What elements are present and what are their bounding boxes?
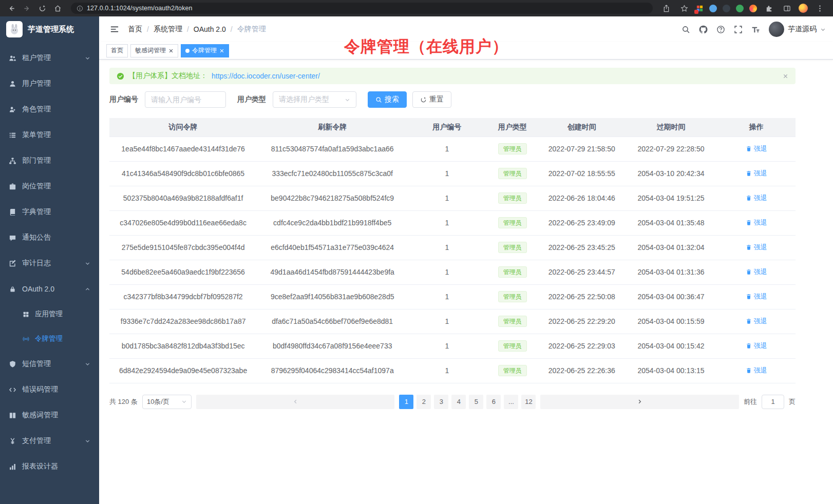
- token-table: 访问令牌刷新令牌用户编号用户类型创建时间过期时间操作 1ea5e44f8bc14…: [109, 118, 796, 383]
- user-type-cell: 管理员: [486, 284, 539, 309]
- sidebar-item-label: 租户管理: [22, 53, 79, 63]
- page-button-12[interactable]: 12: [521, 395, 536, 409]
- force-logout-button[interactable]: 强退: [746, 193, 767, 203]
- profile-icon[interactable]: [799, 4, 808, 13]
- sidebar-item-dept[interactable]: 部门管理: [0, 148, 99, 173]
- page-button-2[interactable]: 2: [416, 395, 431, 409]
- sidebar-item-sensitive-word[interactable]: 敏感词管理: [0, 402, 99, 428]
- expire-time-cell: 2054-03-04 00:15:59: [624, 309, 717, 334]
- goto-page-input[interactable]: [762, 395, 784, 409]
- tab-close-icon[interactable]: [168, 48, 174, 53]
- alert-text: 【用户体系】文档地址：: [128, 71, 207, 81]
- reset-button[interactable]: 重置: [412, 91, 451, 108]
- actions-cell: 强退: [717, 137, 796, 161]
- tab-close-icon[interactable]: [219, 48, 224, 53]
- refresh-page-icon[interactable]: [36, 2, 48, 14]
- ext-dark-icon[interactable]: [723, 5, 730, 12]
- user-type-select[interactable]: 请选择用户类型: [273, 91, 356, 108]
- sidebar-item-post[interactable]: 岗位管理: [0, 173, 99, 199]
- split-icon[interactable]: [781, 2, 793, 14]
- force-logout-button[interactable]: 强退: [746, 218, 767, 227]
- user-menu[interactable]: 芋道源码: [769, 22, 826, 37]
- page-button-5[interactable]: 5: [469, 395, 483, 409]
- trash-icon: [746, 195, 752, 201]
- sidebar-item-role[interactable]: 角色管理: [0, 96, 99, 122]
- home-icon[interactable]: [51, 2, 64, 14]
- sidebar-item-oauth2-app[interactable]: 应用管理: [0, 302, 99, 326]
- app-logo[interactable]: 芋道管理系统: [0, 16, 99, 42]
- address-bar[interactable]: 127.0.0.1:1024/system/oauth2/token: [71, 3, 653, 14]
- force-logout-button[interactable]: 强退: [746, 341, 767, 351]
- github-icon[interactable]: [699, 25, 708, 34]
- user-id-input[interactable]: [145, 91, 226, 108]
- next-page-button[interactable]: [540, 395, 739, 409]
- create-time-cell: 2022-07-02 18:55:55: [539, 161, 624, 186]
- sidebar-item-menu[interactable]: 菜单管理: [0, 122, 99, 148]
- force-logout-button[interactable]: 强退: [746, 366, 767, 375]
- pagination-pages: 123456...12: [399, 395, 536, 409]
- column-header: 用户编号: [408, 118, 486, 137]
- force-logout-button[interactable]: 强退: [746, 144, 767, 153]
- user-type-cell: 管理员: [486, 210, 539, 235]
- breadcrumb-item[interactable]: 首页: [128, 25, 142, 34]
- force-logout-button[interactable]: 强退: [746, 317, 767, 326]
- sidebar-item-report-designer[interactable]: 报表设计器: [0, 454, 99, 479]
- create-time-cell: 2022-06-25 22:29:20: [539, 309, 624, 334]
- expire-time-cell: 2054-03-04 01:31:36: [624, 260, 717, 284]
- star-icon[interactable]: [678, 2, 690, 14]
- collapse-sidebar-button[interactable]: [106, 21, 123, 37]
- ext-orange-icon[interactable]: [749, 5, 757, 12]
- tab-sensitive-word[interactable]: 敏感词管理: [130, 44, 178, 57]
- sidebar-item-oauth2-token[interactable]: 令牌管理: [0, 326, 99, 351]
- access-token-cell: f9336e7c7dd242a283ee98dc86b17a87: [109, 309, 257, 334]
- page-button-1[interactable]: 1: [399, 395, 413, 409]
- page-button-4[interactable]: 4: [451, 395, 466, 409]
- breadcrumb-item[interactable]: 系统管理: [154, 25, 182, 34]
- breadcrumb-item[interactable]: OAuth 2.0: [194, 25, 226, 33]
- alert-close-icon[interactable]: [783, 73, 788, 79]
- page-button-3[interactable]: 3: [434, 395, 448, 409]
- fullscreen-icon[interactable]: [734, 25, 743, 34]
- main-area: 首页/系统管理/OAuth 2.0/令牌管理 芋道源码 首页敏感词管理令牌管理 …: [99, 16, 833, 504]
- sidebar-item-dict[interactable]: 字典管理: [0, 199, 99, 225]
- force-logout-button[interactable]: 强退: [746, 292, 767, 301]
- sidebar-item-error-code[interactable]: 错误码管理: [0, 377, 99, 402]
- user-type-cell: 管理员: [486, 186, 539, 210]
- forward-icon[interactable]: [21, 2, 33, 14]
- ext-pixel-icon[interactable]: [696, 5, 704, 12]
- sidebar-item-label: 报表设计器: [22, 462, 90, 471]
- search-icon[interactable]: [681, 25, 690, 34]
- table-row: 1ea5e44f8bc1467aaede43144f31de76811c5304…: [109, 137, 796, 161]
- page-size-select[interactable]: 10条/页: [142, 395, 192, 409]
- sidebar-item-sms[interactable]: 短信管理: [0, 351, 99, 377]
- force-logout-button[interactable]: 强退: [746, 243, 767, 252]
- site-info-icon[interactable]: [77, 5, 83, 12]
- post-icon: [9, 183, 16, 190]
- sidebar-item-user[interactable]: 用户管理: [0, 71, 99, 96]
- puzzle-icon[interactable]: [763, 2, 775, 14]
- breadcrumb-separator: /: [147, 25, 149, 33]
- force-logout-button[interactable]: 强退: [746, 169, 767, 178]
- sidebar-item-pay[interactable]: 支付管理: [0, 428, 99, 454]
- search-button[interactable]: 搜索: [368, 91, 407, 108]
- page-more-button[interactable]: ...: [504, 395, 518, 409]
- doc-link[interactable]: https://doc.iocoder.cn/user-center/: [212, 72, 320, 80]
- access-token-cell: 275e5de9151045fe87cbdc395e004f4d: [109, 235, 257, 260]
- menu-icon[interactable]: [813, 2, 826, 14]
- back-icon[interactable]: [5, 2, 17, 14]
- prev-page-button[interactable]: [196, 395, 395, 409]
- user-type-badge: 管理员: [498, 192, 527, 204]
- page-button-6[interactable]: 6: [486, 395, 501, 409]
- ext-green-icon[interactable]: [736, 5, 744, 12]
- font-size-icon[interactable]: [751, 25, 760, 34]
- tab-home[interactable]: 首页: [106, 44, 128, 57]
- sidebar-item-notice[interactable]: 通知公告: [0, 225, 99, 250]
- ext-blue-icon[interactable]: [709, 5, 717, 12]
- share-icon[interactable]: [660, 2, 672, 14]
- help-icon[interactable]: [716, 25, 725, 34]
- force-logout-button[interactable]: 强退: [746, 267, 767, 277]
- sidebar-item-oauth2[interactable]: OAuth 2.0: [0, 276, 99, 302]
- sidebar-item-audit-log[interactable]: 审计日志: [0, 250, 99, 276]
- tab-token[interactable]: 令牌管理: [181, 44, 229, 57]
- sidebar-item-tenant[interactable]: 租户管理: [0, 45, 99, 71]
